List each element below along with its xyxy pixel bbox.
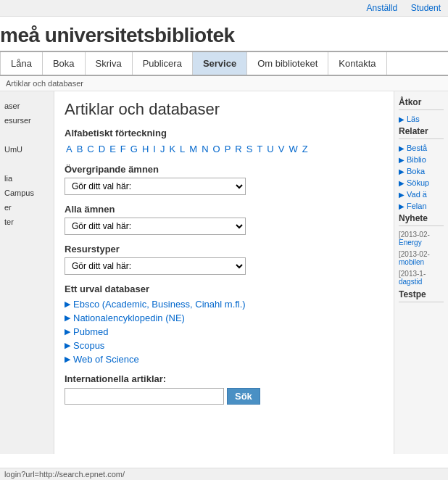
db-link-ebsco[interactable]: Ebsco (Academic, Business, Cinahl m.fl.) bbox=[73, 299, 246, 310]
sidebar-item-empty2 bbox=[0, 157, 54, 171]
alpha-I[interactable]: I bbox=[152, 143, 157, 155]
db-link-pubmed[interactable]: Pubmed bbox=[73, 326, 108, 337]
nav-kontakta[interactable]: Kontakta bbox=[328, 52, 386, 75]
right-sidebar: Åtkor ▶ Läs Relater ▶ Bestå ▶ Biblio ▶ B… bbox=[394, 91, 448, 454]
alpha-B[interactable]: B bbox=[75, 143, 85, 155]
search-button[interactable]: Sök bbox=[227, 388, 260, 405]
db-link-ne[interactable]: Nationalencyklopedin (NE) bbox=[73, 313, 185, 323]
sidebar-item-campus[interactable]: Campus bbox=[0, 186, 54, 200]
sidebar-item-lia[interactable]: lia bbox=[0, 171, 54, 186]
nav-service[interactable]: Service bbox=[193, 52, 247, 75]
site-header: meå universitetsbibliotek bbox=[0, 17, 448, 51]
news-link-1[interactable]: Energy bbox=[399, 239, 422, 247]
alpha-V[interactable]: V bbox=[277, 143, 286, 155]
db-link-wos[interactable]: Web of Science bbox=[73, 354, 139, 365]
right-link-sokup-text: Sökup bbox=[407, 178, 429, 187]
news-link-2[interactable]: mobilen bbox=[399, 258, 424, 266]
nav-publicera[interactable]: Publicera bbox=[133, 52, 193, 75]
resource-types-group: Resurstyper Gör ditt val här: bbox=[65, 244, 383, 275]
all-subjects-label: Alla ämnen bbox=[65, 204, 383, 215]
alphabet-label: Alfabetiskt förteckning bbox=[65, 128, 383, 138]
alpha-S[interactable]: S bbox=[245, 143, 254, 155]
alpha-G[interactable]: G bbox=[129, 143, 139, 155]
bullet-icon-wos: ▶ bbox=[65, 355, 70, 364]
right-link-besta[interactable]: ▶ Bestå bbox=[399, 144, 444, 152]
bullet-icon-ne: ▶ bbox=[65, 313, 70, 323]
search-input[interactable] bbox=[65, 388, 224, 405]
right-link-sokup[interactable]: ▶ Sökup bbox=[399, 178, 444, 187]
resource-types-select[interactable]: Gör ditt val här: bbox=[65, 257, 246, 275]
sidebar-item-aser[interactable]: aser bbox=[0, 99, 54, 113]
circle-icon-besta: ▶ bbox=[399, 144, 405, 152]
page-title: Artiklar och databaser bbox=[65, 100, 383, 119]
alpha-O[interactable]: O bbox=[212, 143, 222, 155]
right-link-vad[interactable]: ▶ Vad ä bbox=[399, 190, 444, 199]
overarching-group: Övergripande ämnen Gör ditt val här: bbox=[65, 164, 383, 195]
news-link-3[interactable]: dagstid bbox=[399, 278, 422, 286]
main-content: Artiklar och databaser Alfabetiskt förte… bbox=[54, 91, 394, 454]
alpha-W[interactable]: W bbox=[287, 143, 299, 155]
site-title: meå universitetsbibliotek bbox=[0, 24, 448, 47]
alpha-P[interactable]: P bbox=[223, 143, 233, 155]
right-link-boka[interactable]: ▶ Boka bbox=[399, 167, 444, 175]
overarching-select[interactable]: Gör ditt val här: bbox=[65, 178, 246, 195]
db-link-scopus[interactable]: Scopus bbox=[73, 340, 104, 351]
alpha-F[interactable]: F bbox=[119, 143, 128, 155]
circle-icon-biblio: ▶ bbox=[399, 156, 405, 164]
alpha-K[interactable]: K bbox=[167, 143, 177, 155]
right-link-boka-text: Boka bbox=[407, 167, 425, 175]
news-item-1: [2013-02- Energy bbox=[399, 231, 444, 247]
right-section4-title: Testpe bbox=[399, 289, 444, 302]
right-link-felan-text: Felan bbox=[407, 202, 427, 210]
alpha-E[interactable]: E bbox=[108, 143, 117, 155]
sidebar-item-esurser[interactable]: esurser bbox=[0, 113, 54, 128]
alpha-D[interactable]: D bbox=[97, 143, 107, 155]
alpha-L[interactable]: L bbox=[178, 143, 186, 155]
news-date-2: [2013-02- bbox=[399, 250, 430, 258]
alpha-A[interactable]: A bbox=[65, 143, 74, 155]
sidebar-item-empty1 bbox=[0, 128, 54, 142]
sidebar-item-ter[interactable]: ter bbox=[0, 215, 54, 229]
bullet-icon-scopus: ▶ bbox=[65, 341, 70, 350]
right-link-biblio[interactable]: ▶ Biblio bbox=[399, 155, 444, 164]
alpha-Z[interactable]: Z bbox=[301, 143, 310, 155]
db-item-pubmed: ▶ Pubmed bbox=[65, 326, 383, 337]
search-row: Sök bbox=[65, 388, 383, 405]
right-link-vad-text: Vad ä bbox=[407, 190, 427, 199]
nav-lana[interactable]: Låna bbox=[0, 52, 43, 75]
right-section3-title: Nyhete bbox=[399, 213, 444, 226]
main-nav: Låna Boka Skriva Publicera Service Om bi… bbox=[0, 51, 448, 76]
right-link-felan[interactable]: ▶ Felan bbox=[399, 202, 444, 210]
breadcrumb: Artiklar och databaser bbox=[0, 76, 448, 91]
circle-icon-las: ▶ bbox=[399, 115, 405, 123]
db-item-scopus: ▶ Scopus bbox=[65, 340, 383, 351]
news-date-3: [2013-1- bbox=[399, 270, 426, 278]
all-subjects-select[interactable]: Gör ditt val här: bbox=[65, 218, 246, 235]
page-layout: aser esurser UmU lia Campus er ter Artik… bbox=[0, 91, 448, 454]
db-section-label: Ett urval databaser bbox=[65, 284, 383, 294]
alpha-R[interactable]: R bbox=[233, 143, 243, 155]
circle-icon-vad: ▶ bbox=[399, 191, 405, 199]
overarching-label: Övergripande ämnen bbox=[65, 164, 383, 175]
right-link-las[interactable]: ▶ Läs bbox=[399, 115, 444, 123]
alphabet-row: A B C D E F G H I J K L M N O P R S T U … bbox=[65, 143, 383, 155]
nav-skriva[interactable]: Skriva bbox=[86, 52, 133, 75]
right-section2-title: Relater bbox=[399, 126, 444, 139]
student-link[interactable]: Student bbox=[411, 3, 441, 13]
top-bar: Anställd Student bbox=[0, 0, 448, 17]
right-section1-title: Åtkor bbox=[399, 97, 444, 110]
alpha-H[interactable]: H bbox=[141, 143, 150, 155]
circle-icon-sokup: ▶ bbox=[399, 179, 405, 187]
sidebar-item-er[interactable]: er bbox=[0, 200, 54, 215]
alpha-N[interactable]: N bbox=[200, 143, 210, 155]
nav-boka[interactable]: Boka bbox=[43, 52, 86, 75]
alpha-U[interactable]: U bbox=[265, 143, 275, 155]
alpha-T[interactable]: T bbox=[255, 143, 264, 155]
alpha-M[interactable]: M bbox=[188, 143, 199, 155]
anstald-link[interactable]: Anställd bbox=[367, 3, 398, 13]
nav-om-biblioteket[interactable]: Om biblioteket bbox=[247, 52, 328, 75]
alpha-J[interactable]: J bbox=[159, 143, 167, 155]
intl-section: Internationella artiklar: Sök bbox=[65, 373, 383, 405]
sidebar-item-umu[interactable]: UmU bbox=[0, 142, 54, 157]
alpha-C[interactable]: C bbox=[86, 143, 95, 155]
